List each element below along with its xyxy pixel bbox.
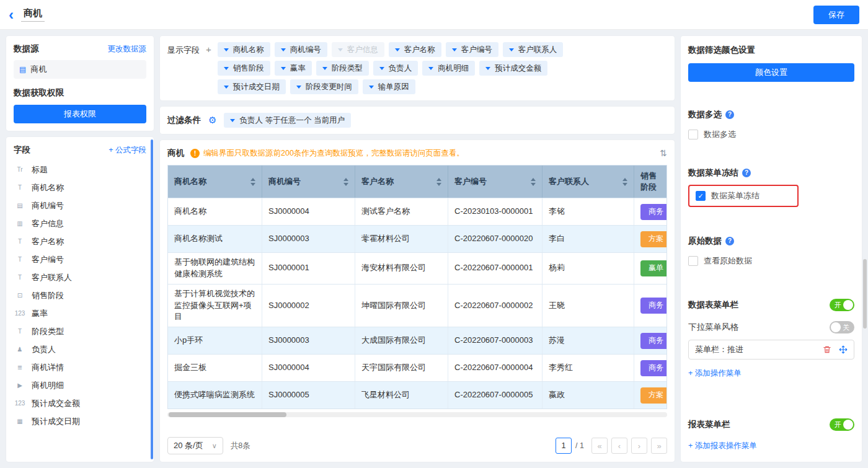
column-header[interactable]: 商机名称	[168, 166, 262, 198]
table-row[interactable]: 小p手环 SJ0000003 大成国际有限公司 C-20220607-00000…	[168, 327, 666, 354]
help-icon[interactable]: ?	[725, 237, 734, 245]
help-icon[interactable]: ?	[742, 169, 751, 177]
raw-data-checkbox-row[interactable]: 查看原始数据	[688, 255, 854, 267]
fields-panel: 字段 + 公式字段 Tr标题 T商机名称 ▤商机编号 ▥客户信息 T客户名称 T…	[6, 137, 154, 462]
page-total: / 1	[575, 441, 584, 450]
stage-badge: 方案	[640, 231, 666, 247]
display-field-chip[interactable]: 预计成交金额	[479, 61, 547, 76]
field-item[interactable]: T阶段类型	[14, 322, 146, 340]
display-field-chip[interactable]: 商机编号	[275, 42, 327, 57]
menu-item-label: 菜单栏：推进	[695, 344, 743, 355]
field-item[interactable]: ⊡销售阶段	[14, 286, 146, 304]
toggle-on[interactable]: 开	[830, 299, 854, 311]
display-field-chip[interactable]: 阶段类型	[316, 61, 369, 76]
cell-customer-code: C-20220607-0000001	[448, 253, 542, 284]
field-item[interactable]: T商机名称	[14, 179, 146, 196]
checkbox-unchecked[interactable]	[688, 256, 698, 266]
page-size-select[interactable]: 20 条/页 ∨	[167, 437, 223, 454]
cell-opportunity-code: SJ0000003	[262, 327, 355, 354]
help-icon[interactable]: ?	[725, 110, 734, 119]
column-header[interactable]: 客户名称	[355, 166, 448, 198]
display-field-chip[interactable]: 输单原因	[363, 79, 415, 94]
page-number-input[interactable]: 1	[556, 438, 572, 454]
field-item[interactable]: ♟负责人	[14, 340, 146, 358]
field-item[interactable]: T客户名称	[14, 232, 146, 250]
cell-customer-code: C-20220607-0000002	[448, 285, 542, 327]
field-item[interactable]: T客户联系人	[14, 268, 146, 286]
display-field-chip[interactable]: 客户名称	[389, 42, 441, 57]
settings-panel: 数据筛选颜色设置 颜色设置 数据多选? 数据多选 数据菜单冻结? ✓ 数据菜单冻…	[681, 36, 862, 462]
filter-condition-chip[interactable]: 负责人 等于任意一个 当前用户	[224, 113, 350, 128]
report-permission-button[interactable]: 报表权限	[14, 105, 146, 123]
field-item[interactable]: 123预计成交金额	[14, 394, 146, 412]
table-row[interactable]: 商机名称测试 SJ0000003 蕶霍材料公司 C-20220607-00000…	[168, 225, 666, 252]
text-field-icon: T	[14, 256, 26, 263]
add-report-menu-link[interactable]: + 添加报表操作菜单	[688, 441, 854, 451]
next-page-button[interactable]: ›	[631, 438, 647, 454]
datasource-item[interactable]: ▤ 商机	[14, 60, 146, 79]
column-header[interactable]: 客户编号	[448, 166, 542, 198]
page-scrollbar-thumb[interactable]	[863, 259, 867, 329]
cell-customer-name: 飞星材料公司	[355, 382, 448, 408]
table-row[interactable]: 掘金三板 SJ0000004 天宇国际有限公司 C-20220607-00000…	[168, 354, 666, 381]
trash-icon[interactable]	[823, 345, 831, 354]
display-field-chip[interactable]: 负责人	[373, 61, 418, 76]
display-field-chip[interactable]: 客户联系人	[503, 42, 564, 57]
sort-arrows-icon[interactable]	[436, 178, 441, 186]
display-field-chip[interactable]: 阶段变更时间	[290, 79, 358, 94]
field-item[interactable]: Tr标题	[14, 161, 146, 179]
checkbox-unchecked[interactable]	[688, 130, 698, 139]
display-field-chip[interactable]: 商机明细	[422, 61, 475, 76]
prev-page-button[interactable]: ‹	[611, 438, 627, 454]
gear-icon[interactable]: ⚙	[208, 115, 216, 126]
table-row[interactable]: 基于物联网的建筑结构健康检测系统 SJ0000001 海安材料有限公司 C-20…	[168, 252, 666, 284]
display-field-chip[interactable]: 销售阶段	[218, 61, 270, 76]
table-row[interactable]: 便携式哮喘病监测系统 SJ0000005 飞星材料公司 C-20220607-0…	[168, 381, 666, 408]
display-field-chip[interactable]: 商机名称	[218, 42, 270, 57]
color-settings-button[interactable]: 颜色设置	[688, 63, 854, 82]
menu-freeze-checkbox-row[interactable]: ✓ 数据菜单冻结	[696, 190, 791, 201]
display-field-chip[interactable]: 赢率	[275, 61, 312, 76]
sort-arrows-icon[interactable]	[343, 178, 348, 186]
fields-scrollbar[interactable]	[151, 139, 153, 459]
field-item[interactable]: 123赢率	[14, 304, 146, 322]
toggle-on[interactable]: 开	[830, 418, 854, 431]
last-page-button[interactable]: »	[651, 438, 667, 454]
add-formula-field-link[interactable]: + 公式字段	[108, 145, 146, 156]
column-header[interactable]: 商机编号	[262, 166, 355, 198]
horizontal-scrollbar-thumb[interactable]	[169, 412, 286, 417]
column-header[interactable]: 销售阶段	[634, 166, 666, 198]
display-field-chip[interactable]: 预计成交日期	[218, 79, 286, 94]
table-row[interactable]: 基于计算机视觉技术的监控摄像头互联网+项目 SJ0000002 坤曜国际有限公司…	[168, 284, 666, 327]
add-display-field-button[interactable]: +	[206, 42, 211, 94]
sort-arrows-icon[interactable]	[250, 178, 255, 186]
field-item[interactable]: ▶商机明细	[14, 376, 146, 394]
back-icon[interactable]: ‹	[9, 7, 14, 22]
change-datasource-link[interactable]: 更改数据源	[108, 44, 147, 55]
add-action-menu-link[interactable]: + 添加操作菜单	[688, 368, 854, 379]
cell-customer-code: C-20220607-0000003	[448, 327, 542, 354]
first-page-button[interactable]: «	[591, 438, 608, 454]
multi-select-checkbox-row[interactable]: 数据多选	[688, 129, 854, 140]
permission-title: 数据获取权限	[14, 87, 146, 99]
sort-arrows-icon[interactable]	[622, 178, 627, 186]
column-header[interactable]: 客户联系人	[542, 166, 634, 198]
table-row[interactable]: 商机名称 SJ0000004 测试客户名称 C-20230103-0000001…	[168, 198, 666, 225]
display-fields-panel: 显示字段 + 商机名称 商机编号 客户信息 客户名称 客户编号 客户联系人 销售…	[160, 36, 675, 100]
field-item[interactable]: ▥客户信息	[14, 214, 146, 232]
save-button[interactable]: 保存	[813, 6, 859, 24]
sort-arrows-icon[interactable]	[531, 178, 536, 186]
checkbox-checked[interactable]: ✓	[696, 191, 706, 201]
field-item[interactable]: ≣商机详情	[14, 358, 146, 376]
field-item[interactable]: ▦预计成交日期	[14, 412, 146, 430]
move-icon[interactable]	[839, 345, 848, 354]
sort-icon[interactable]: ⇅	[660, 148, 667, 158]
display-field-chip[interactable]: 客户编号	[446, 42, 498, 57]
toggle-off[interactable]: 关	[830, 321, 854, 333]
display-field-chip-disabled[interactable]: 客户信息	[332, 42, 384, 57]
field-item[interactable]: T客户编号	[14, 250, 146, 268]
field-item[interactable]: ▤商机编号	[14, 196, 146, 214]
date-field-icon: ▦	[14, 418, 26, 425]
data-table: 商机名称 商机编号 客户名称 客户编号 客户联系人 销售阶段 商机名称 SJ00…	[167, 165, 667, 409]
caret-down-icon	[485, 67, 490, 70]
